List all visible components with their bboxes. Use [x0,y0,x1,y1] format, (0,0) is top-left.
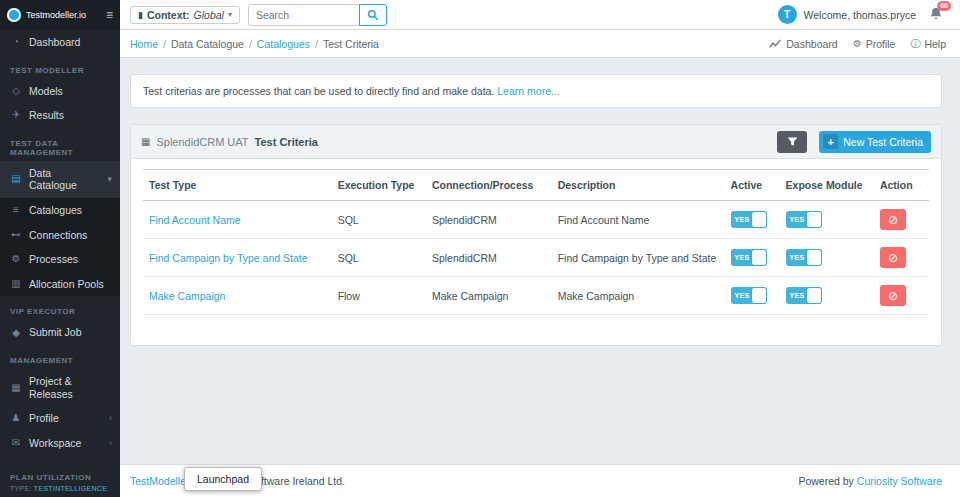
test-type-link[interactable]: Find Campaign by Type and State [149,252,308,264]
menu-toggle-icon[interactable]: ≡ [106,9,113,21]
breadcrumb-action-profile[interactable]: ⚙ Profile [853,38,896,50]
sidebar-item-results[interactable]: ✈ Results [0,103,120,128]
cell-active: YES [725,201,780,239]
sidebar-item-label: Processes [29,253,78,266]
col-description: Description [552,170,725,201]
sidebar-item-label: Workspace [29,437,81,450]
sidebar-item-data-catalogue[interactable]: ▤ Data Catalogue ▾ [0,161,120,198]
expose-module-toggle[interactable]: YES [786,287,822,304]
sidebar-item-submit-job[interactable]: ◆ Submit Job [0,320,120,345]
sidebar-item-profile[interactable]: ♟ Profile ‹ [0,406,120,431]
active-toggle[interactable]: YES [731,287,767,304]
breadcrumb-action-help[interactable]: ⓘ Help [910,38,946,50]
workspace-icon: ✉ [10,437,22,449]
col-connection-process: Connection/Process [426,170,552,201]
models-icon: ◇ [10,85,22,97]
breadcrumb-action-dashboard[interactable]: Dashboard [769,38,837,50]
card-header: ▦ SplendidCRM UAT Test Criteria + New Te… [131,125,941,159]
profile-icon: ♟ [10,412,22,424]
info-text: Test criterias are processes that can be… [143,85,494,97]
delete-icon: ⊘ [888,290,898,302]
cell-test-type: Make Campaign [143,277,332,315]
test-type-link[interactable]: Make Campaign [149,290,225,302]
context-value: Global [194,9,224,21]
delete-button[interactable]: ⊘ [880,285,906,306]
sidebar-item-connections[interactable]: ⊷ Connections [0,223,120,248]
chart-line-icon [769,39,782,49]
delete-button[interactable]: ⊘ [880,209,906,230]
table-row: Find Account Name SQL SplendidCRM Find A… [143,201,929,239]
breadcrumb-actions: Dashboard ⚙ Profile ⓘ Help [769,38,946,50]
card-body: Test Type Execution Type Connection/Proc… [131,159,941,345]
sidebar-item-dashboard[interactable]: ◔ Dashboard [0,30,120,55]
active-toggle[interactable]: YES [731,249,767,266]
submit-job-icon: ◆ [10,327,22,339]
sidebar-section-test-data-management: TEST DATA MANAGEMENT [0,128,120,161]
footer-brand-link[interactable]: TestModeller [130,475,190,487]
active-toggle[interactable]: YES [731,211,767,228]
cell-action: ⊘ [874,201,929,239]
chevron-left-icon: ‹ [109,438,112,449]
sidebar-item-allocation-pools[interactable]: ▥ Allocation Pools [0,272,120,297]
test-criteria-table: Test Type Execution Type Connection/Proc… [143,169,929,315]
welcome-text: Welcome, thomas.pryce [804,9,916,21]
table-header-row: Test Type Execution Type Connection/Proc… [143,170,929,201]
breadcrumb-separator: / [310,38,323,50]
notifications-button[interactable]: 60 [929,7,944,22]
action-label: Profile [866,38,896,50]
cell-connection: SplendidCRM [426,201,552,239]
plus-icon: + [823,134,838,149]
sidebar-item-label: Allocation Pools [29,278,104,291]
curiosity-software-link[interactable]: Curiosity Software [857,475,942,487]
toggle-knob [752,288,766,303]
sidebar-item-catalogues[interactable]: ≡ Catalogues [0,198,120,223]
plan-utilization: PLAN UTILIZATION TYPE: TESTINTELLIGENCE [0,465,120,497]
toggle-knob [807,212,821,227]
funnel-icon [787,136,798,147]
sidebar-item-project-releases[interactable]: ▦ Project & Releases [0,369,120,406]
test-type-link[interactable]: Find Account Name [149,214,241,226]
new-button-label: New Test Criteria [843,136,923,148]
learn-more-link[interactable]: Learn more... [497,85,559,97]
sidebar-item-workspace[interactable]: ✉ Workspace ‹ [0,431,120,456]
filter-button[interactable] [777,131,807,153]
data-catalogue-icon: ▤ [10,173,22,185]
cell-execution-type: SQL [332,201,426,239]
chevron-down-icon: ▾ [107,174,112,185]
sidebar-section-test-modeller: TEST MODELLER [0,55,120,79]
cell-execution-type: SQL [332,239,426,277]
new-test-criteria-button[interactable]: + New Test Criteria [819,131,931,153]
plan-type-value: TESTINTELLIGENCE [34,485,107,492]
breadcrumb-current: Test Criteria [323,38,379,50]
sidebar: Testmodeller.io ≡ ◔ Dashboard TEST MODEL… [0,0,120,497]
cell-connection: SplendidCRM [426,239,552,277]
breadcrumb-separator: / [158,38,171,50]
sidebar-nav: ◔ Dashboard TEST MODELLER ◇ Models ✈ Res… [0,30,120,465]
table-icon: ▦ [141,136,150,147]
search-input[interactable] [248,4,360,26]
col-action: Action [874,170,929,201]
sidebar-item-processes[interactable]: ⚙ Processes [0,247,120,272]
sidebar-item-label: Data Catalogue [29,167,100,192]
cell-expose-module: YES [780,239,874,277]
breadcrumb-data-catalogue: Data Catalogue [171,38,244,50]
expose-module-toggle[interactable]: YES [786,249,822,266]
action-label: Dashboard [786,38,837,50]
connections-icon: ⊷ [10,229,22,241]
avatar[interactable]: T [778,5,797,24]
search-button[interactable] [359,4,387,26]
sidebar-item-label: Catalogues [29,204,82,217]
plan-type-label: TYPE: [10,485,32,492]
expose-module-toggle[interactable]: YES [786,211,822,228]
cell-action: ⊘ [874,239,929,277]
toggle-knob [752,250,766,265]
context-selector[interactable]: ▮ Context: Global ▾ [130,6,240,24]
breadcrumb-home[interactable]: Home [130,38,158,50]
delete-button[interactable]: ⊘ [880,247,906,268]
sidebar-item-models[interactable]: ◇ Models [0,79,120,104]
topbar-right: T Welcome, thomas.pryce 60 [778,5,948,24]
footer-company-text: Software Ireland Ltd. [248,475,345,487]
search-group [248,4,387,26]
plan-type: TYPE: TESTINTELLIGENCE [0,485,120,492]
breadcrumb-catalogues[interactable]: Catalogues [257,38,310,50]
